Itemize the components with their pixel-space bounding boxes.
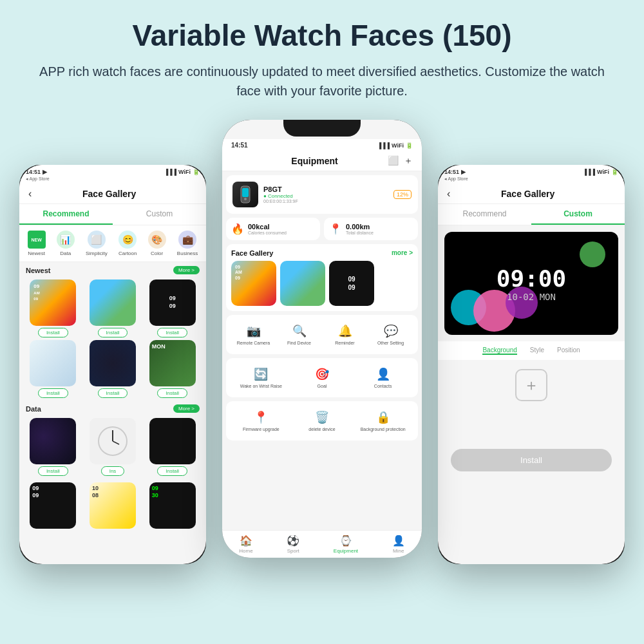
svg-rect-4 bbox=[242, 188, 249, 197]
menu-wake[interactable]: 🔄 Wake on Wrist Raise bbox=[231, 363, 291, 392]
fg-more-btn[interactable]: more > bbox=[392, 249, 413, 257]
data-face-2: Ins bbox=[84, 418, 142, 476]
install-btn-5[interactable]: Install bbox=[98, 388, 128, 398]
face-thumb-5 bbox=[90, 340, 136, 386]
left-signal: ▐▐▐ WiFi 🔋 bbox=[164, 169, 200, 175]
page-header: Variable Watch Faces (150) APP rich watc… bbox=[0, 0, 644, 113]
left-phone: 14:51 ▶ ▐▐▐ WiFi 🔋 ◂ App Store ‹ Face Ga… bbox=[19, 165, 206, 564]
newest-face-grid: 09AM09 Install Install 0909 Install Ins bbox=[19, 277, 206, 401]
install-btn-3[interactable]: Install bbox=[157, 328, 187, 337]
data-install-1[interactable]: Install bbox=[38, 466, 68, 476]
calories-card: 🔥 00kcal Calories consumed bbox=[226, 218, 320, 240]
face-thumb-4 bbox=[30, 340, 76, 386]
cat-color-label: Color bbox=[151, 251, 163, 256]
style-tab-position[interactable]: Position bbox=[557, 346, 580, 355]
page-title: Variable Watch Faces (150) bbox=[39, 18, 605, 53]
data-face-3: Install bbox=[144, 418, 201, 476]
center-signal-icons: ▐▐▐ WiFi 🔋 bbox=[377, 142, 413, 149]
add-image-btn[interactable]: ＋ bbox=[515, 369, 547, 401]
cat-color-icon: 🎨 bbox=[148, 231, 166, 249]
install-btn-1[interactable]: Install bbox=[38, 328, 68, 337]
shield-icon: 🔒 bbox=[376, 410, 390, 424]
data-thumb-1 bbox=[30, 418, 76, 464]
nav-home-label: Home bbox=[239, 548, 252, 554]
install-btn-6[interactable]: Install bbox=[157, 388, 187, 398]
right-tabs[interactable]: Recommend Custom bbox=[438, 204, 625, 225]
menu-other-setting[interactable]: 💬 Other Setting bbox=[368, 320, 413, 349]
right-tab-custom[interactable]: Custom bbox=[531, 204, 625, 225]
data-more-btn[interactable]: More > bbox=[173, 404, 200, 413]
face-cell-3: 0909 Install bbox=[144, 279, 201, 337]
center-phone: 14:51 ▐▐▐ WiFi 🔋 Equipment ⬜ ＋ bbox=[222, 120, 422, 558]
install-large-btn[interactable]: Install bbox=[451, 449, 612, 471]
distance-card: 📍 0.00km Total distance bbox=[324, 218, 418, 240]
style-tab-background[interactable]: Background bbox=[482, 346, 516, 355]
data-install-2[interactable]: Ins bbox=[101, 466, 125, 476]
nav-mine-label: Mine bbox=[393, 548, 404, 554]
cat-simplicity-label: Simplicity bbox=[86, 251, 108, 256]
right-app-header: ‹ Face Gallery bbox=[438, 184, 625, 204]
left-tabs[interactable]: Recommend Custom bbox=[19, 204, 206, 225]
cat-data[interactable]: 📊 Data bbox=[57, 231, 75, 256]
bubble-4 bbox=[580, 242, 605, 267]
data-title: Data bbox=[26, 405, 41, 413]
cat-newest-label: Newest bbox=[28, 251, 45, 256]
wrist-icon: 🔄 bbox=[254, 367, 268, 381]
menu-remote-camera[interactable]: 📷 Remote Camera bbox=[231, 320, 276, 349]
nav-sport-label: Sport bbox=[287, 548, 299, 554]
extra-face-grid: 0909 1008 0930 bbox=[19, 480, 206, 531]
newest-title: Newest bbox=[26, 267, 51, 274]
right-tab-recommend[interactable]: Recommend bbox=[438, 204, 531, 225]
nav-equipment[interactable]: ⌚ Equipment bbox=[334, 535, 358, 554]
newest-more-btn[interactable]: More > bbox=[173, 266, 200, 274]
data-install-3[interactable]: Install bbox=[157, 466, 187, 476]
camera-icon: 📷 bbox=[247, 324, 261, 338]
extra-thumb-1: 0909 bbox=[30, 482, 76, 529]
calories-label: Calories consumed bbox=[248, 231, 287, 235]
cat-business-label: Business bbox=[177, 251, 198, 256]
device-icon bbox=[232, 182, 258, 207]
dots-icon: 💬 bbox=[384, 324, 398, 338]
menu-find-device[interactable]: 🔍 Find Device bbox=[277, 320, 321, 349]
custom-time-big: 09:00 bbox=[497, 265, 566, 292]
nav-mine[interactable]: 👤 Mine bbox=[392, 535, 405, 554]
expand-icon[interactable]: ⬜ bbox=[388, 155, 399, 167]
fg-title: Face Gallery bbox=[231, 249, 273, 257]
goal-icon: 🎯 bbox=[315, 367, 329, 381]
tab-custom[interactable]: Custom bbox=[113, 204, 206, 225]
add-icon[interactable]: ＋ bbox=[404, 155, 413, 167]
cat-simplicity-icon: ⬜ bbox=[88, 231, 106, 249]
cat-business[interactable]: 💼 Business bbox=[177, 231, 198, 256]
install-btn-2[interactable]: Install bbox=[98, 328, 128, 337]
nav-sport[interactable]: ⚽ Sport bbox=[287, 535, 299, 554]
style-tab-style[interactable]: Style bbox=[530, 346, 544, 355]
left-status-arrow: ▶ bbox=[43, 169, 47, 175]
face-thumb-6: MON bbox=[149, 340, 196, 386]
cat-newest[interactable]: NEW Newest bbox=[28, 231, 46, 256]
install-btn-4[interactable]: Install bbox=[38, 388, 68, 398]
home-icon: 🏠 bbox=[240, 535, 252, 547]
face-cell-2: Install bbox=[84, 279, 142, 337]
cat-simplicity[interactable]: ⬜ Simplicity bbox=[86, 231, 108, 256]
cat-color[interactable]: 🎨 Color bbox=[148, 231, 166, 256]
menu-firmware[interactable]: 📍 Firmware upgrade bbox=[231, 406, 291, 435]
tab-recommend[interactable]: Recommend bbox=[19, 204, 113, 225]
svg-point-5 bbox=[244, 198, 247, 200]
data-thumb-3 bbox=[149, 418, 196, 464]
contacts-icon: 👤 bbox=[376, 367, 390, 381]
svg-line-2 bbox=[113, 441, 119, 444]
face-thumb-3: 0909 bbox=[149, 279, 196, 326]
sport-icon: ⚽ bbox=[287, 535, 299, 547]
custom-time-display: 09:00 10-02 MON bbox=[497, 265, 566, 302]
mine-icon: 👤 bbox=[392, 535, 405, 547]
phones-container: 14:51 ▶ ▐▐▐ WiFi 🔋 ◂ App Store ‹ Face Ga… bbox=[0, 120, 644, 583]
menu-contacts[interactable]: 👤 Contacts bbox=[353, 363, 413, 392]
menu-bg-protection[interactable]: 🔒 Background protection bbox=[353, 406, 413, 435]
data-face-grid: Install Ins Install bbox=[19, 415, 206, 478]
menu-goal[interactable]: 🎯 Goal bbox=[292, 363, 352, 392]
menu-delete[interactable]: 🗑️ delete device bbox=[292, 406, 352, 435]
menu-reminder[interactable]: 🔔 Reminder bbox=[323, 320, 367, 349]
cat-cartoon[interactable]: 😊 Cartoon bbox=[118, 231, 137, 256]
nav-home[interactable]: 🏠 Home bbox=[239, 535, 252, 554]
left-app-store: ◂ App Store bbox=[19, 176, 206, 184]
